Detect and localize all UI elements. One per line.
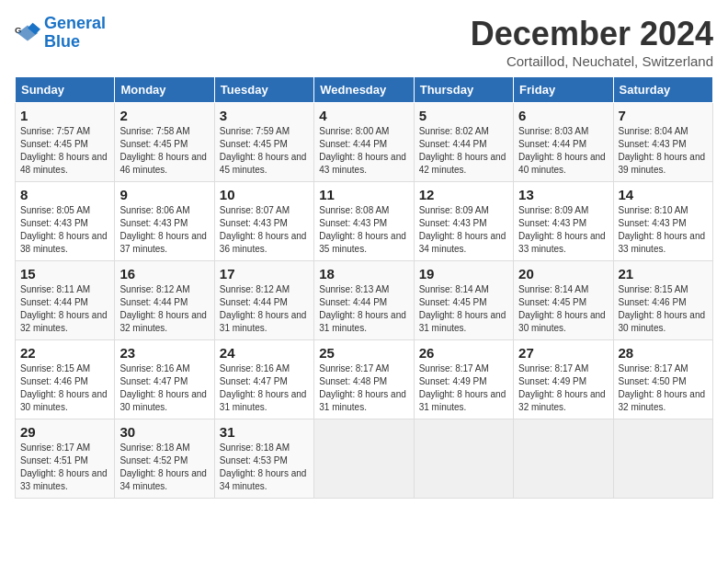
day-number: 3 bbox=[220, 108, 309, 123]
day-cell: 21 Sunrise: 8:15 AM Sunset: 4:46 PM Dayl… bbox=[613, 261, 712, 340]
week-row-0: 1 Sunrise: 7:57 AM Sunset: 4:45 PM Dayli… bbox=[16, 103, 713, 182]
day-number: 14 bbox=[619, 187, 708, 202]
day-info: Sunrise: 8:18 AM Sunset: 4:53 PM Dayligh… bbox=[220, 442, 309, 493]
day-cell: 19 Sunrise: 8:14 AM Sunset: 4:45 PM Dayl… bbox=[414, 261, 513, 340]
day-number: 18 bbox=[319, 266, 408, 282]
day-cell bbox=[514, 419, 613, 499]
header-friday: Friday bbox=[514, 77, 613, 103]
day-cell: 12 Sunrise: 8:09 AM Sunset: 4:43 PM Dayl… bbox=[414, 182, 513, 261]
day-info: Sunrise: 8:15 AM Sunset: 4:46 PM Dayligh… bbox=[20, 362, 109, 414]
day-cell: 10 Sunrise: 8:07 AM Sunset: 4:43 PM Dayl… bbox=[214, 182, 313, 261]
day-number: 7 bbox=[619, 108, 708, 123]
day-cell: 4 Sunrise: 8:00 AM Sunset: 4:44 PM Dayli… bbox=[314, 103, 414, 182]
day-cell: 9 Sunrise: 8:06 AM Sunset: 4:43 PM Dayli… bbox=[115, 182, 214, 261]
day-cell: 5 Sunrise: 8:02 AM Sunset: 4:44 PM Dayli… bbox=[414, 103, 513, 182]
header-row: SundayMondayTuesdayWednesdayThursdayFrid… bbox=[16, 77, 713, 103]
day-cell: 20 Sunrise: 8:14 AM Sunset: 4:45 PM Dayl… bbox=[514, 261, 613, 340]
title-area: December 2024 Cortaillod, Neuchatel, Swi… bbox=[471, 15, 713, 69]
logo: G General Blue bbox=[15, 15, 106, 52]
day-info: Sunrise: 8:12 AM Sunset: 4:44 PM Dayligh… bbox=[119, 283, 209, 335]
day-cell: 31 Sunrise: 8:18 AM Sunset: 4:53 PM Dayl… bbox=[214, 419, 313, 499]
day-cell bbox=[314, 419, 414, 499]
subtitle: Cortaillod, Neuchatel, Switzerland bbox=[471, 53, 713, 69]
logo-blue: Blue bbox=[44, 33, 106, 52]
day-info: Sunrise: 8:17 AM Sunset: 4:49 PM Dayligh… bbox=[518, 362, 608, 414]
day-number: 22 bbox=[20, 345, 109, 361]
day-number: 23 bbox=[119, 345, 209, 361]
day-number: 25 bbox=[319, 345, 408, 361]
day-number: 20 bbox=[518, 266, 608, 282]
day-cell: 29 Sunrise: 8:17 AM Sunset: 4:51 PM Dayl… bbox=[16, 419, 115, 499]
header-sunday: Sunday bbox=[16, 77, 115, 103]
week-row-2: 15 Sunrise: 8:11 AM Sunset: 4:44 PM Dayl… bbox=[16, 261, 713, 340]
day-number: 4 bbox=[319, 108, 408, 123]
day-info: Sunrise: 8:17 AM Sunset: 4:51 PM Dayligh… bbox=[20, 442, 109, 493]
day-number: 24 bbox=[220, 345, 309, 361]
day-info: Sunrise: 7:59 AM Sunset: 4:45 PM Dayligh… bbox=[220, 125, 309, 177]
header-thursday: Thursday bbox=[414, 77, 513, 103]
header: G General Blue December 2024 Cortaillod,… bbox=[15, 15, 713, 69]
week-row-1: 8 Sunrise: 8:05 AM Sunset: 4:43 PM Dayli… bbox=[16, 182, 713, 261]
day-cell: 28 Sunrise: 8:17 AM Sunset: 4:50 PM Dayl… bbox=[613, 340, 712, 419]
day-info: Sunrise: 8:13 AM Sunset: 4:44 PM Dayligh… bbox=[319, 283, 408, 335]
day-cell: 11 Sunrise: 8:08 AM Sunset: 4:43 PM Dayl… bbox=[314, 182, 414, 261]
day-info: Sunrise: 8:14 AM Sunset: 4:45 PM Dayligh… bbox=[419, 283, 508, 335]
day-info: Sunrise: 7:57 AM Sunset: 4:45 PM Dayligh… bbox=[20, 125, 109, 177]
day-info: Sunrise: 8:09 AM Sunset: 4:43 PM Dayligh… bbox=[419, 204, 508, 256]
day-cell: 3 Sunrise: 7:59 AM Sunset: 4:45 PM Dayli… bbox=[214, 103, 313, 182]
day-number: 17 bbox=[220, 266, 309, 282]
day-cell: 13 Sunrise: 8:09 AM Sunset: 4:43 PM Dayl… bbox=[514, 182, 613, 261]
week-row-4: 29 Sunrise: 8:17 AM Sunset: 4:51 PM Dayl… bbox=[16, 419, 713, 499]
calendar-body: 1 Sunrise: 7:57 AM Sunset: 4:45 PM Dayli… bbox=[16, 103, 713, 499]
logo-icon: G bbox=[15, 20, 40, 46]
day-info: Sunrise: 8:07 AM Sunset: 4:43 PM Dayligh… bbox=[220, 204, 309, 256]
day-number: 26 bbox=[419, 345, 508, 361]
day-number: 30 bbox=[119, 424, 209, 440]
day-info: Sunrise: 8:02 AM Sunset: 4:44 PM Dayligh… bbox=[419, 125, 508, 177]
month-title: December 2024 bbox=[471, 15, 713, 53]
calendar-table: SundayMondayTuesdayWednesdayThursdayFrid… bbox=[15, 76, 713, 499]
day-cell: 16 Sunrise: 8:12 AM Sunset: 4:44 PM Dayl… bbox=[115, 261, 214, 340]
day-number: 16 bbox=[119, 266, 209, 282]
day-cell: 25 Sunrise: 8:17 AM Sunset: 4:48 PM Dayl… bbox=[314, 340, 414, 419]
day-number: 10 bbox=[220, 187, 309, 202]
header-wednesday: Wednesday bbox=[314, 77, 414, 103]
day-info: Sunrise: 8:11 AM Sunset: 4:44 PM Dayligh… bbox=[20, 283, 109, 335]
logo-text: General Blue bbox=[44, 15, 106, 52]
day-info: Sunrise: 8:16 AM Sunset: 4:47 PM Dayligh… bbox=[220, 362, 309, 414]
day-cell: 23 Sunrise: 8:16 AM Sunset: 4:47 PM Dayl… bbox=[115, 340, 214, 419]
day-cell: 27 Sunrise: 8:17 AM Sunset: 4:49 PM Dayl… bbox=[514, 340, 613, 419]
calendar-header: SundayMondayTuesdayWednesdayThursdayFrid… bbox=[16, 77, 713, 103]
day-cell: 14 Sunrise: 8:10 AM Sunset: 4:43 PM Dayl… bbox=[613, 182, 712, 261]
day-info: Sunrise: 8:09 AM Sunset: 4:43 PM Dayligh… bbox=[518, 204, 608, 256]
day-info: Sunrise: 8:03 AM Sunset: 4:44 PM Dayligh… bbox=[518, 125, 608, 177]
day-info: Sunrise: 8:17 AM Sunset: 4:48 PM Dayligh… bbox=[319, 362, 408, 414]
day-number: 8 bbox=[20, 187, 109, 202]
day-number: 5 bbox=[419, 108, 508, 123]
day-cell bbox=[414, 419, 513, 499]
day-number: 28 bbox=[619, 345, 708, 361]
day-cell: 22 Sunrise: 8:15 AM Sunset: 4:46 PM Dayl… bbox=[16, 340, 115, 419]
logo-general: General bbox=[44, 14, 106, 32]
day-info: Sunrise: 8:17 AM Sunset: 4:49 PM Dayligh… bbox=[419, 362, 508, 414]
day-number: 11 bbox=[319, 187, 408, 202]
week-row-3: 22 Sunrise: 8:15 AM Sunset: 4:46 PM Dayl… bbox=[16, 340, 713, 419]
day-info: Sunrise: 8:15 AM Sunset: 4:46 PM Dayligh… bbox=[619, 283, 708, 335]
day-number: 19 bbox=[419, 266, 508, 282]
day-number: 27 bbox=[518, 345, 608, 361]
day-number: 31 bbox=[220, 424, 309, 440]
day-info: Sunrise: 8:08 AM Sunset: 4:43 PM Dayligh… bbox=[319, 204, 408, 256]
day-cell: 8 Sunrise: 8:05 AM Sunset: 4:43 PM Dayli… bbox=[16, 182, 115, 261]
day-number: 21 bbox=[619, 266, 708, 282]
day-info: Sunrise: 8:12 AM Sunset: 4:44 PM Dayligh… bbox=[220, 283, 309, 335]
day-info: Sunrise: 8:14 AM Sunset: 4:45 PM Dayligh… bbox=[518, 283, 608, 335]
header-tuesday: Tuesday bbox=[214, 77, 313, 103]
day-cell: 15 Sunrise: 8:11 AM Sunset: 4:44 PM Dayl… bbox=[16, 261, 115, 340]
day-cell: 1 Sunrise: 7:57 AM Sunset: 4:45 PM Dayli… bbox=[16, 103, 115, 182]
day-cell: 7 Sunrise: 8:04 AM Sunset: 4:43 PM Dayli… bbox=[613, 103, 712, 182]
day-cell: 26 Sunrise: 8:17 AM Sunset: 4:49 PM Dayl… bbox=[414, 340, 513, 419]
day-info: Sunrise: 8:05 AM Sunset: 4:43 PM Dayligh… bbox=[20, 204, 109, 256]
day-info: Sunrise: 8:00 AM Sunset: 4:44 PM Dayligh… bbox=[319, 125, 408, 177]
day-number: 2 bbox=[119, 108, 209, 123]
day-info: Sunrise: 7:58 AM Sunset: 4:45 PM Dayligh… bbox=[119, 125, 209, 177]
